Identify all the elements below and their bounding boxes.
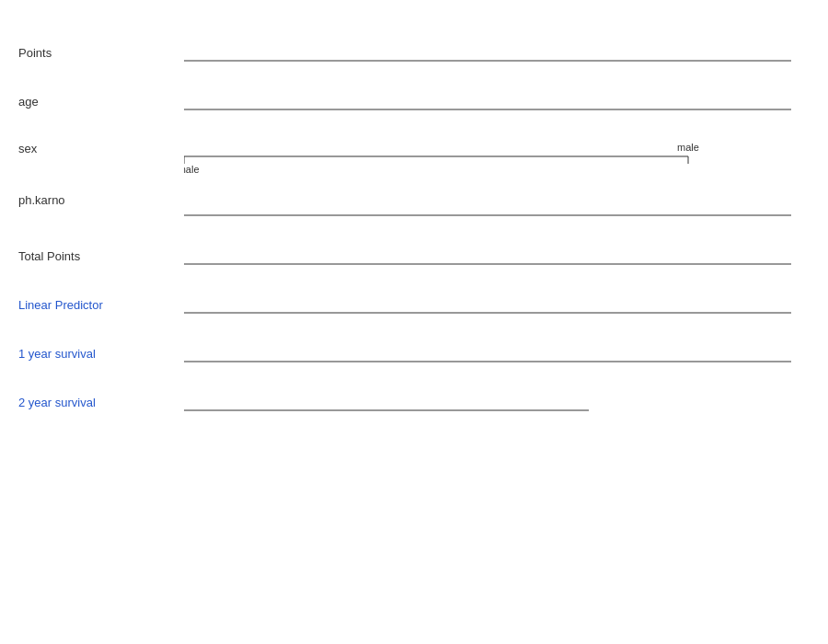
nomogram-container: Points (function(){ var svg = document.c…	[0, 0, 828, 644]
points-scale: (function(){ var svg = document.currentS…	[184, 46, 828, 86]
phkarno-scale: (function(){ var svg = document.currentS…	[184, 193, 828, 242]
phkarno-svg: (function(){ var svg = document.currentS…	[184, 193, 791, 239]
2year-svg: (function(){ var svg = document.currentS…	[184, 396, 791, 432]
svg-text:female: female	[184, 164, 200, 175]
linearpred-svg: (function(){ var svg = document.currentS…	[184, 298, 791, 335]
2year-row: 2 year survival (function(){ var svg = d…	[0, 396, 828, 435]
points-svg: (function(){ var svg = document.currentS…	[184, 46, 791, 83]
svg-text:male: male	[677, 142, 699, 153]
totalpoints-scale: (function(){ var svg = document.currentS…	[184, 249, 828, 289]
linearpred-label: Linear Predictor	[0, 298, 184, 312]
2year-scale: (function(){ var svg = document.currentS…	[184, 396, 828, 435]
totalpoints-svg: (function(){ var svg = document.currentS…	[184, 249, 791, 286]
1year-row: 1 year survival (function(){ var svg = d…	[0, 347, 828, 386]
age-row: age (function(){ var svg = document.curr…	[0, 95, 828, 134]
points-row: Points (function(){ var svg = document.c…	[0, 46, 828, 86]
points-label: Points	[0, 46, 184, 60]
sex-svg: male female	[184, 142, 791, 183]
age-label: age	[0, 95, 184, 109]
phkarno-row: ph.karno (function(){ var svg = document…	[0, 193, 828, 242]
age-scale: (function(){ var svg = document.currentS…	[184, 95, 828, 134]
linearpred-row: Linear Predictor (function(){ var svg = …	[0, 298, 828, 338]
1year-svg: (function(){ var svg = document.currentS…	[184, 347, 791, 384]
phkarno-label: ph.karno	[0, 193, 184, 207]
2year-label: 2 year survival	[0, 396, 184, 409]
1year-label: 1 year survival	[0, 347, 184, 361]
sex-row: sex male female	[0, 142, 828, 186]
sex-label: sex	[0, 142, 184, 155]
linearpred-scale: (function(){ var svg = document.currentS…	[184, 298, 828, 338]
totalpoints-row: Total Points (function(){ var svg = docu…	[0, 249, 828, 289]
totalpoints-label: Total Points	[0, 249, 184, 263]
sex-scale: male female	[184, 142, 828, 186]
1year-scale: (function(){ var svg = document.currentS…	[184, 347, 828, 386]
age-svg: (function(){ var svg = document.currentS…	[184, 95, 791, 132]
